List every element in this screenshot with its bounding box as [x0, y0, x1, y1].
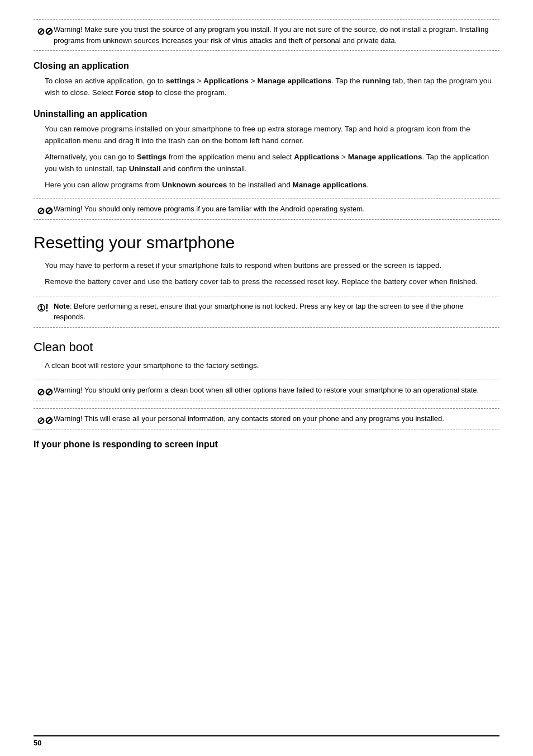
warning-text-4: Warning! This will erase all your person…	[54, 414, 444, 423]
warning-box-3: ⊘ Warning! You should only perform a cle…	[34, 380, 499, 401]
warning-text-3: Warning! You should only perform a clean…	[54, 386, 479, 394]
uninstalling-para3: Here you can allow programs from Unknown…	[45, 179, 499, 191]
page-number: 50	[34, 739, 41, 747]
resetting-para1: You may have to perform a reset if your …	[45, 260, 499, 272]
resetting-heading: Resetting your smartphone	[34, 233, 499, 252]
closing-body: To close an active application, go to se…	[45, 75, 499, 99]
uninstalling-heading: Uninstalling an application	[34, 109, 499, 119]
warning-icon-3: ⊘	[37, 385, 53, 400]
uninstalling-para2: Alternatively, you can go to Settings fr…	[45, 152, 499, 175]
note-text-1: Note: Before performing a reset, ensure …	[54, 302, 463, 322]
page-footer: 50	[34, 735, 499, 747]
note-icon-1: !	[37, 301, 49, 316]
warning-box-4: ⊘ Warning! This will erase all your pers…	[34, 408, 499, 429]
closing-heading: Closing an application	[34, 61, 499, 71]
warning-text-1: Warning! Make sure you trust the source …	[54, 25, 488, 45]
warning-box-2: ⊘ Warning! You should only remove progra…	[34, 199, 499, 220]
clean-boot-heading: Clean boot	[34, 340, 499, 355]
warning-icon-4: ⊘	[37, 413, 53, 428]
warning-icon-2: ⊘	[37, 204, 53, 219]
screen-input-heading: If your phone is responding to screen in…	[34, 440, 499, 450]
note-box-1: ! Note: Before performing a reset, ensur…	[34, 296, 499, 328]
warning-text-2: Warning! You should only remove programs…	[54, 205, 365, 213]
resetting-para2: Remove the battery cover and use the bat…	[45, 276, 499, 288]
warning-icon-1: ⊘	[37, 24, 53, 39]
warning-box-1: ⊘ Warning! Make sure you trust the sourc…	[34, 19, 499, 51]
clean-boot-para1: A clean boot will restore your smartphon…	[45, 360, 499, 372]
uninstalling-para1: You can remove programs installed on you…	[45, 124, 499, 147]
